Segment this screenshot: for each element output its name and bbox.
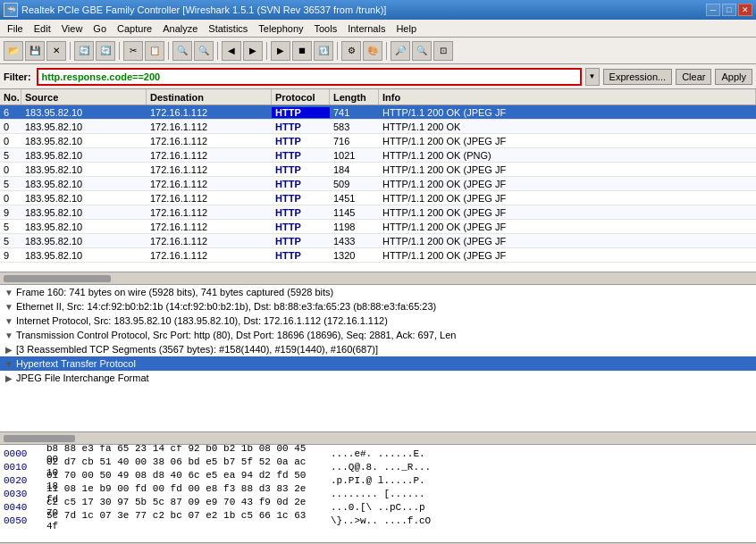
- titlebar-title: Realtek PCIe GBE Family Controller [Wire…: [21, 4, 386, 15]
- detail-text: Frame 160: 741 bytes on wire (5928 bits)…: [16, 287, 333, 297]
- hex-ascii: ...0.[\ ..pC...p: [331, 502, 425, 513]
- toolbar-close[interactable]: ✕: [46, 41, 66, 61]
- toolbar-open[interactable]: 📂: [4, 41, 23, 61]
- hex-bytes: 5c 7d 1c 07 3e 77 c2 bc 07 e2 1b c5 66 1…: [46, 510, 323, 531]
- detail-expand-icon[interactable]: ▼: [4, 287, 14, 297]
- packet-row[interactable]: 9 183.95.82.10 172.16.1.112 HTTP 1320 HT…: [0, 248, 756, 263]
- detail-row[interactable]: ▼ Ethernet II, Src: 14:cf:92:b0:b2:1b (1…: [0, 299, 756, 314]
- toolbar-prefs[interactable]: ⚙: [341, 41, 361, 61]
- toolbar-capture-start[interactable]: ▶: [271, 41, 290, 61]
- packet-row[interactable]: 6 183.95.82.10 172.16.1.112 HTTP 741 HTT…: [0, 105, 756, 120]
- filterbar: Filter: ▼ Expression... Clear Apply: [0, 64, 756, 89]
- col-header-src[interactable]: Source: [21, 89, 147, 105]
- detail-expand-icon[interactable]: ▶: [4, 344, 14, 355]
- toolbar-cut[interactable]: ✂: [123, 41, 143, 61]
- expression-button[interactable]: Expression...: [603, 69, 673, 85]
- toolbar-find[interactable]: 🔍: [172, 41, 192, 61]
- menu-item-capture[interactable]: Capture: [112, 21, 157, 36]
- packet-row[interactable]: 0 183.95.82.10 172.16.1.112 HTTP 716 HTT…: [0, 134, 756, 148]
- toolbar-reload2[interactable]: 🔄: [96, 41, 115, 61]
- detail-expand-icon[interactable]: ▼: [4, 315, 14, 326]
- filter-dropdown-button[interactable]: ▼: [585, 68, 600, 86]
- menu-item-view[interactable]: View: [56, 21, 88, 36]
- col-header-info[interactable]: Info: [379, 89, 756, 105]
- packet-row[interactable]: 0 183.95.82.10 172.16.1.112 HTTP 184 HTT…: [0, 163, 756, 177]
- detail-row[interactable]: ▶ JPEG File Interchange Format: [0, 371, 756, 385]
- detail-pane: ▼ Frame 160: 741 bytes on wire (5928 bit…: [0, 285, 756, 432]
- toolbar-sep-1: [70, 42, 71, 60]
- packet-row[interactable]: 0 183.95.82.10 172.16.1.112 HTTP 583 HTT…: [0, 120, 756, 134]
- hex-offset: 0030: [4, 489, 39, 499]
- filter-input-wrap: [37, 68, 582, 86]
- col-header-proto[interactable]: Protocol: [272, 89, 330, 105]
- menu-item-tools[interactable]: Tools: [309, 21, 343, 36]
- toolbar-capture-restart[interactable]: 🔃: [314, 41, 333, 61]
- filter-input[interactable]: [38, 71, 580, 82]
- hex-ascii: ........ [......: [331, 489, 425, 499]
- titlebar: 🦈 Realtek PCIe GBE Family Controller [Wi…: [0, 0, 756, 20]
- hscroll-thumb[interactable]: [4, 275, 111, 282]
- col-header-dst[interactable]: Destination: [147, 89, 272, 105]
- toolbar-copy[interactable]: 📋: [145, 41, 164, 61]
- packet-row[interactable]: 5 183.95.82.10 172.16.1.112 HTTP 1198 HT…: [0, 220, 756, 234]
- detail-expand-icon[interactable]: ▼: [4, 301, 14, 312]
- detail-row[interactable]: ▼ Frame 160: 741 bytes on wire (5928 bit…: [0, 285, 756, 299]
- toolbar-sep-2: [119, 42, 120, 60]
- toolbar-sep-3: [168, 42, 169, 60]
- toolbar-save[interactable]: 💾: [25, 41, 45, 61]
- detail-text: Hypertext Transfer Protocol: [16, 358, 136, 369]
- toolbar-fwd[interactable]: ▶: [243, 41, 263, 61]
- packet-hscroll[interactable]: [0, 272, 756, 285]
- detail-row[interactable]: ▶ [3 Reassembled TCP Segments (3567 byte…: [0, 342, 756, 356]
- toolbar-reload[interactable]: 🔄: [74, 41, 94, 61]
- apply-filter-button[interactable]: Apply: [715, 69, 752, 85]
- detail-text: Internet Protocol, Src: 183.95.82.10 (18…: [16, 315, 388, 326]
- toolbar-sep-7: [386, 42, 387, 60]
- detail-hscroll-thumb[interactable]: [4, 435, 75, 442]
- toolbar-coloring[interactable]: 🎨: [363, 41, 382, 61]
- menu-item-analyze[interactable]: Analyze: [157, 21, 203, 36]
- detail-row[interactable]: ▼ Internet Protocol, Src: 183.95.82.10 (…: [0, 314, 756, 328]
- toolbar-zoom-in[interactable]: 🔎: [391, 41, 410, 61]
- packet-row[interactable]: 5 183.95.82.10 172.16.1.112 HTTP 1021 HT…: [0, 148, 756, 163]
- toolbar: 📂 💾 ✕ 🔄 🔄 ✂ 📋 🔍 🔍 ◀ ▶ ▶ ⏹ 🔃 ⚙ 🎨 🔎 🔍 ⊡: [0, 38, 756, 64]
- minimize-button[interactable]: ─: [706, 4, 720, 16]
- menu-item-telephony[interactable]: Telephony: [253, 21, 308, 36]
- detail-expand-icon[interactable]: ▼: [4, 330, 14, 340]
- clear-filter-button[interactable]: Clear: [676, 69, 711, 85]
- close-button[interactable]: ✕: [738, 4, 752, 16]
- detail-text: [3 Reassembled TCP Segments (3567 bytes)…: [16, 344, 378, 355]
- menu-item-help[interactable]: Help: [391, 21, 422, 36]
- menu-item-edit[interactable]: Edit: [29, 21, 56, 36]
- detail-row[interactable]: ▼ Transmission Control Protocol, Src Por…: [0, 328, 756, 342]
- detail-expand-icon[interactable]: ▼: [4, 358, 14, 369]
- toolbar-sep-4: [217, 42, 218, 60]
- packet-row[interactable]: 5 183.95.82.10 172.16.1.112 HTTP 1433 HT…: [0, 234, 756, 248]
- app-icon: 🦈: [4, 3, 18, 17]
- toolbar-find2[interactable]: 🔍: [194, 41, 214, 61]
- titlebar-controls: ─ □ ✕: [706, 4, 752, 16]
- packet-row[interactable]: 0 183.95.82.10 172.16.1.112 HTTP 1451 HT…: [0, 191, 756, 205]
- menu-item-internals[interactable]: Internals: [342, 21, 391, 36]
- menu-item-file[interactable]: File: [2, 21, 29, 36]
- detail-hscroll[interactable]: [0, 432, 756, 445]
- hex-offset: 0000: [4, 448, 39, 459]
- toolbar-zoom-reset[interactable]: ⊡: [433, 41, 453, 61]
- menu-item-statistics[interactable]: Statistics: [203, 21, 253, 36]
- menu-item-go[interactable]: Go: [88, 21, 112, 36]
- maximize-button[interactable]: □: [722, 4, 736, 16]
- detail-expand-icon[interactable]: ▶: [4, 372, 14, 383]
- packet-row[interactable]: 9 183.95.82.10 172.16.1.112 HTTP 1145 HT…: [0, 205, 756, 220]
- hex-offset: 0040: [4, 502, 39, 513]
- col-header-len[interactable]: Length: [330, 89, 379, 105]
- toolbar-capture-stop[interactable]: ⏹: [292, 41, 312, 61]
- detail-text: Transmission Control Protocol, Src Port:…: [16, 330, 456, 340]
- toolbar-zoom-out[interactable]: 🔍: [412, 41, 432, 61]
- packet-list-header: No. Source Destination Protocol Length I…: [0, 89, 756, 105]
- toolbar-back[interactable]: ◀: [222, 41, 241, 61]
- packet-rows: 6 183.95.82.10 172.16.1.112 HTTP 741 HTT…: [0, 105, 756, 272]
- hex-ascii: .p.PI.@ l.....P.: [331, 475, 425, 486]
- packet-row[interactable]: 5 183.95.82.10 172.16.1.112 HTTP 509 HTT…: [0, 177, 756, 191]
- detail-row[interactable]: ▼ Hypertext Transfer Protocol: [0, 356, 756, 371]
- col-header-no[interactable]: No.: [0, 89, 21, 105]
